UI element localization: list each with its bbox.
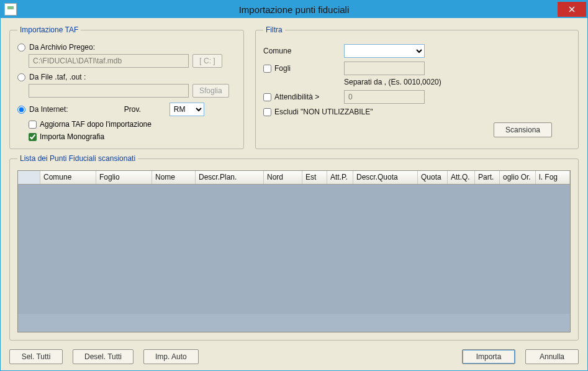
col-part[interactable]: Part. xyxy=(475,171,500,184)
chk-escludi-non-utilizzabile[interactable] xyxy=(263,108,271,116)
import-taf-legend: Importazione TAF xyxy=(17,25,81,34)
importa-button[interactable]: Importa xyxy=(462,349,515,364)
col-comune[interactable]: Comune xyxy=(40,171,96,184)
fogli-field[interactable] xyxy=(344,62,425,75)
filtra-group: Filtra Comune Fogli Separati da , (Es. 0… xyxy=(255,25,579,149)
titlebar: Importazione punti fiduciali xyxy=(1,1,587,18)
col-quota[interactable]: Quota xyxy=(418,171,448,184)
sel-tutti-button[interactable]: Sel. Tutti xyxy=(9,349,63,364)
radio-da-internet[interactable] xyxy=(17,106,25,114)
prov-select[interactable]: RM xyxy=(170,103,204,116)
col-att-q[interactable]: Att.Q. xyxy=(448,171,475,184)
desel-tutti-button[interactable]: Desel. Tutti xyxy=(73,349,133,364)
fogli-label: Fogli xyxy=(274,64,291,73)
points-table[interactable]: Comune Foglio Nome Descr.Plan. Nord Est … xyxy=(17,170,571,332)
lista-punti-group: Lista dei Punti Fiduciali scansionati Co… xyxy=(9,154,579,341)
escludi-label: Escludi "NON UTILIZZABILE" xyxy=(274,108,373,116)
annulla-button[interactable]: Annulla xyxy=(525,349,579,364)
imp-auto-button[interactable]: Imp. Auto xyxy=(143,349,199,364)
radio-internet-label: Da Internet: xyxy=(29,105,68,114)
attendibilita-label: Attendibilità > xyxy=(274,93,319,101)
col-foglio[interactable]: Foglio xyxy=(96,171,152,184)
col-descr-quota[interactable]: Descr.Quota xyxy=(353,171,418,184)
comune-label: Comune xyxy=(263,47,344,55)
radio-file-label: Da File .taf, .out : xyxy=(29,73,86,81)
col-nome[interactable]: Nome xyxy=(152,171,196,184)
radio-da-archivio-pregeo[interactable] xyxy=(17,44,25,52)
radio-pregeo-label: Da Archivio Pregeo: xyxy=(29,43,95,52)
chk-attendibilita[interactable] xyxy=(263,93,271,101)
import-taf-group: Importazione TAF Da Archivio Pregeo: [ C… xyxy=(9,25,244,149)
chk-monografia-label: Importa Monografia xyxy=(40,132,104,141)
bottom-toolbar: Sel. Tutti Desel. Tutti Imp. Auto Import… xyxy=(9,346,579,364)
attendibilita-field[interactable] xyxy=(344,90,425,104)
close-button[interactable] xyxy=(558,2,586,17)
col-descr-plan[interactable]: Descr.Plan. xyxy=(196,171,264,184)
drive-select-button[interactable]: [ C: ] xyxy=(192,54,222,68)
chk-aggiorna-taf[interactable] xyxy=(29,121,37,129)
col-nord[interactable]: Nord xyxy=(264,171,302,184)
col-att-p[interactable]: Att.P. xyxy=(327,171,353,184)
table-body xyxy=(18,185,570,314)
filtra-legend: Filtra xyxy=(263,25,285,34)
file-path-field xyxy=(29,84,189,98)
sfoglia-button[interactable]: Sfoglia xyxy=(192,84,229,98)
pregeo-path-field xyxy=(29,54,189,68)
scansiona-button[interactable]: Scansiona xyxy=(494,122,552,137)
close-icon xyxy=(569,6,575,12)
col-select[interactable] xyxy=(18,171,40,184)
comune-select[interactable] xyxy=(344,44,425,58)
window-title: Importazione punti fiduciali xyxy=(1,4,587,15)
col-l-fog[interactable]: l. Fog xyxy=(536,171,570,184)
col-est[interactable]: Est xyxy=(302,171,327,184)
lista-legend: Lista dei Punti Fiduciali scansionati xyxy=(17,154,138,163)
chk-aggiorna-label: Aggiorna TAF dopo l'importazione xyxy=(40,120,152,129)
radio-da-file[interactable] xyxy=(17,73,25,81)
chk-importa-monografia[interactable] xyxy=(29,133,37,141)
table-header: Comune Foglio Nome Descr.Plan. Nord Est … xyxy=(18,171,570,185)
col-foglio-or[interactable]: oglio Or. xyxy=(500,171,536,184)
chk-fogli[interactable] xyxy=(263,65,271,73)
fogli-hint: Separati da , (Es. 0010,0020) xyxy=(344,78,571,86)
prov-label: Prov. xyxy=(124,105,141,114)
